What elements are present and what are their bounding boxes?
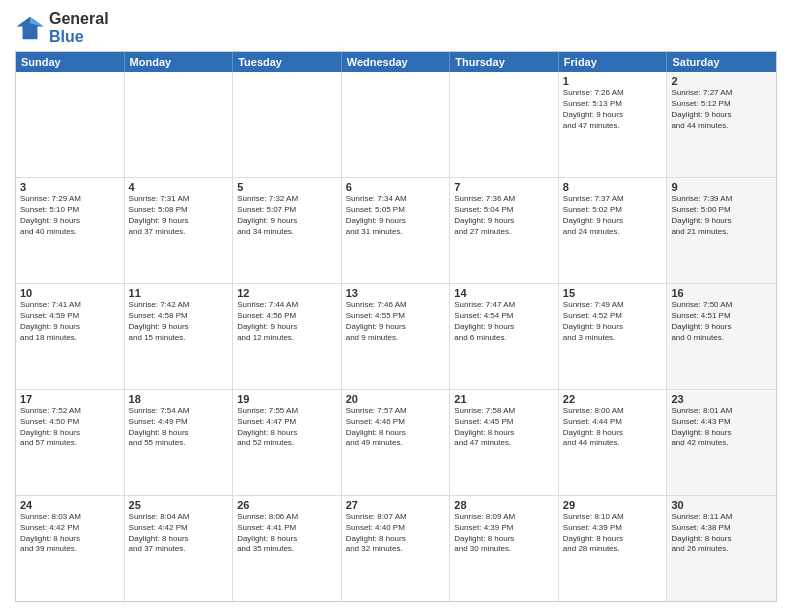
day-number-22: 22 (563, 393, 663, 405)
day-info-5: Sunrise: 7:32 AM Sunset: 5:07 PM Dayligh… (237, 194, 337, 237)
header-day-sunday: Sunday (16, 52, 125, 72)
day-cell-2: 2Sunrise: 7:27 AM Sunset: 5:12 PM Daylig… (667, 72, 776, 177)
day-number-4: 4 (129, 181, 229, 193)
day-number-9: 9 (671, 181, 772, 193)
day-number-10: 10 (20, 287, 120, 299)
day-cell-25: 25Sunrise: 8:04 AM Sunset: 4:42 PM Dayli… (125, 496, 234, 601)
day-number-17: 17 (20, 393, 120, 405)
calendar-row-3: 17Sunrise: 7:52 AM Sunset: 4:50 PM Dayli… (16, 389, 776, 495)
day-cell-21: 21Sunrise: 7:58 AM Sunset: 4:45 PM Dayli… (450, 390, 559, 495)
day-number-11: 11 (129, 287, 229, 299)
day-info-12: Sunrise: 7:44 AM Sunset: 4:56 PM Dayligh… (237, 300, 337, 343)
day-number-16: 16 (671, 287, 772, 299)
header-day-tuesday: Tuesday (233, 52, 342, 72)
day-number-24: 24 (20, 499, 120, 511)
day-info-19: Sunrise: 7:55 AM Sunset: 4:47 PM Dayligh… (237, 406, 337, 449)
logo-icon (15, 13, 45, 43)
day-number-8: 8 (563, 181, 663, 193)
day-cell-23: 23Sunrise: 8:01 AM Sunset: 4:43 PM Dayli… (667, 390, 776, 495)
day-info-14: Sunrise: 7:47 AM Sunset: 4:54 PM Dayligh… (454, 300, 554, 343)
day-number-19: 19 (237, 393, 337, 405)
day-number-5: 5 (237, 181, 337, 193)
day-cell-20: 20Sunrise: 7:57 AM Sunset: 4:46 PM Dayli… (342, 390, 451, 495)
day-info-17: Sunrise: 7:52 AM Sunset: 4:50 PM Dayligh… (20, 406, 120, 449)
empty-cell-0-4 (450, 72, 559, 177)
calendar-row-1: 3Sunrise: 7:29 AM Sunset: 5:10 PM Daylig… (16, 177, 776, 283)
day-number-12: 12 (237, 287, 337, 299)
calendar-header: SundayMondayTuesdayWednesdayThursdayFrid… (16, 52, 776, 72)
day-cell-7: 7Sunrise: 7:36 AM Sunset: 5:04 PM Daylig… (450, 178, 559, 283)
day-cell-11: 11Sunrise: 7:42 AM Sunset: 4:58 PM Dayli… (125, 284, 234, 389)
empty-cell-0-0 (16, 72, 125, 177)
day-number-28: 28 (454, 499, 554, 511)
day-info-6: Sunrise: 7:34 AM Sunset: 5:05 PM Dayligh… (346, 194, 446, 237)
day-info-9: Sunrise: 7:39 AM Sunset: 5:00 PM Dayligh… (671, 194, 772, 237)
day-number-27: 27 (346, 499, 446, 511)
day-info-18: Sunrise: 7:54 AM Sunset: 4:49 PM Dayligh… (129, 406, 229, 449)
day-cell-28: 28Sunrise: 8:09 AM Sunset: 4:39 PM Dayli… (450, 496, 559, 601)
day-cell-24: 24Sunrise: 8:03 AM Sunset: 4:42 PM Dayli… (16, 496, 125, 601)
day-number-2: 2 (671, 75, 772, 87)
day-cell-4: 4Sunrise: 7:31 AM Sunset: 5:08 PM Daylig… (125, 178, 234, 283)
day-number-25: 25 (129, 499, 229, 511)
day-number-3: 3 (20, 181, 120, 193)
logo-text-line2: Blue (49, 28, 109, 46)
day-number-26: 26 (237, 499, 337, 511)
empty-cell-0-2 (233, 72, 342, 177)
day-number-21: 21 (454, 393, 554, 405)
empty-cell-0-1 (125, 72, 234, 177)
day-cell-12: 12Sunrise: 7:44 AM Sunset: 4:56 PM Dayli… (233, 284, 342, 389)
day-number-7: 7 (454, 181, 554, 193)
day-number-20: 20 (346, 393, 446, 405)
header-day-wednesday: Wednesday (342, 52, 451, 72)
day-info-11: Sunrise: 7:42 AM Sunset: 4:58 PM Dayligh… (129, 300, 229, 343)
day-info-27: Sunrise: 8:07 AM Sunset: 4:40 PM Dayligh… (346, 512, 446, 555)
page: General Blue SundayMondayTuesdayWednesda… (0, 0, 792, 612)
day-cell-26: 26Sunrise: 8:06 AM Sunset: 4:41 PM Dayli… (233, 496, 342, 601)
logo: General Blue (15, 10, 109, 45)
day-info-20: Sunrise: 7:57 AM Sunset: 4:46 PM Dayligh… (346, 406, 446, 449)
day-cell-30: 30Sunrise: 8:11 AM Sunset: 4:38 PM Dayli… (667, 496, 776, 601)
day-cell-10: 10Sunrise: 7:41 AM Sunset: 4:59 PM Dayli… (16, 284, 125, 389)
calendar-body: 1Sunrise: 7:26 AM Sunset: 5:13 PM Daylig… (16, 72, 776, 601)
day-info-29: Sunrise: 8:10 AM Sunset: 4:39 PM Dayligh… (563, 512, 663, 555)
day-info-3: Sunrise: 7:29 AM Sunset: 5:10 PM Dayligh… (20, 194, 120, 237)
header: General Blue (15, 10, 777, 45)
day-cell-8: 8Sunrise: 7:37 AM Sunset: 5:02 PM Daylig… (559, 178, 668, 283)
day-number-29: 29 (563, 499, 663, 511)
header-day-friday: Friday (559, 52, 668, 72)
day-number-30: 30 (671, 499, 772, 511)
day-info-22: Sunrise: 8:00 AM Sunset: 4:44 PM Dayligh… (563, 406, 663, 449)
day-info-15: Sunrise: 7:49 AM Sunset: 4:52 PM Dayligh… (563, 300, 663, 343)
day-cell-9: 9Sunrise: 7:39 AM Sunset: 5:00 PM Daylig… (667, 178, 776, 283)
calendar-row-2: 10Sunrise: 7:41 AM Sunset: 4:59 PM Dayli… (16, 283, 776, 389)
day-cell-14: 14Sunrise: 7:47 AM Sunset: 4:54 PM Dayli… (450, 284, 559, 389)
day-info-25: Sunrise: 8:04 AM Sunset: 4:42 PM Dayligh… (129, 512, 229, 555)
day-info-26: Sunrise: 8:06 AM Sunset: 4:41 PM Dayligh… (237, 512, 337, 555)
day-cell-5: 5Sunrise: 7:32 AM Sunset: 5:07 PM Daylig… (233, 178, 342, 283)
day-info-7: Sunrise: 7:36 AM Sunset: 5:04 PM Dayligh… (454, 194, 554, 237)
day-cell-16: 16Sunrise: 7:50 AM Sunset: 4:51 PM Dayli… (667, 284, 776, 389)
day-info-23: Sunrise: 8:01 AM Sunset: 4:43 PM Dayligh… (671, 406, 772, 449)
header-day-monday: Monday (125, 52, 234, 72)
day-number-15: 15 (563, 287, 663, 299)
calendar-row-4: 24Sunrise: 8:03 AM Sunset: 4:42 PM Dayli… (16, 495, 776, 601)
day-info-16: Sunrise: 7:50 AM Sunset: 4:51 PM Dayligh… (671, 300, 772, 343)
day-info-28: Sunrise: 8:09 AM Sunset: 4:39 PM Dayligh… (454, 512, 554, 555)
day-number-23: 23 (671, 393, 772, 405)
day-info-24: Sunrise: 8:03 AM Sunset: 4:42 PM Dayligh… (20, 512, 120, 555)
day-cell-13: 13Sunrise: 7:46 AM Sunset: 4:55 PM Dayli… (342, 284, 451, 389)
day-cell-15: 15Sunrise: 7:49 AM Sunset: 4:52 PM Dayli… (559, 284, 668, 389)
day-cell-3: 3Sunrise: 7:29 AM Sunset: 5:10 PM Daylig… (16, 178, 125, 283)
day-cell-29: 29Sunrise: 8:10 AM Sunset: 4:39 PM Dayli… (559, 496, 668, 601)
day-cell-17: 17Sunrise: 7:52 AM Sunset: 4:50 PM Dayli… (16, 390, 125, 495)
day-info-2: Sunrise: 7:27 AM Sunset: 5:12 PM Dayligh… (671, 88, 772, 131)
day-cell-18: 18Sunrise: 7:54 AM Sunset: 4:49 PM Dayli… (125, 390, 234, 495)
day-number-1: 1 (563, 75, 663, 87)
day-cell-19: 19Sunrise: 7:55 AM Sunset: 4:47 PM Dayli… (233, 390, 342, 495)
logo-text-line1: General (49, 10, 109, 28)
day-number-6: 6 (346, 181, 446, 193)
day-cell-1: 1Sunrise: 7:26 AM Sunset: 5:13 PM Daylig… (559, 72, 668, 177)
header-day-thursday: Thursday (450, 52, 559, 72)
day-number-13: 13 (346, 287, 446, 299)
